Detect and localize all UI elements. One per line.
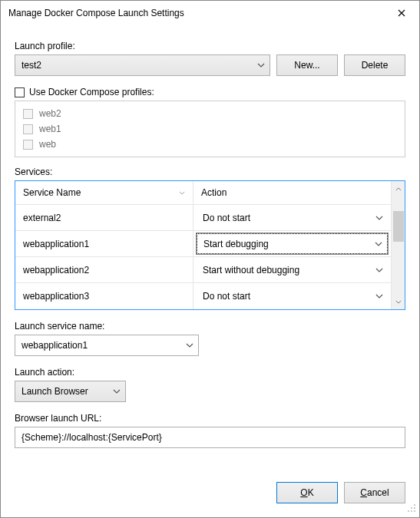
table-row: webapplication2Start without debugging (15, 257, 391, 283)
use-profiles-row: Use Docker Compose profiles: (15, 87, 405, 97)
service-action-value: Start debugging (203, 239, 269, 249)
chevron-down-icon (113, 389, 121, 394)
service-name-header-text: Service Name (23, 187, 81, 198)
launch-profile-row: test2 New... Delete (15, 54, 405, 76)
launch-service-name-value: webapplication1 (21, 340, 88, 351)
service-action-cell: Start without debugging (193, 257, 391, 282)
chevron-down-icon (375, 216, 383, 220)
table-row: webapplication1Start debugging (15, 231, 391, 257)
launch-action-label: Launch action: (15, 367, 405, 378)
chevron-down-icon (375, 294, 383, 299)
services-scrollbar[interactable] (391, 181, 405, 309)
compose-profile-checkbox[interactable] (23, 140, 33, 150)
launch-profile-label: Launch profile: (15, 41, 405, 51)
use-profiles-checkbox[interactable] (15, 87, 25, 97)
service-action-value: Do not start (203, 213, 250, 223)
new-button[interactable]: New... (276, 54, 338, 76)
service-action-dropdown[interactable]: Do not start (197, 285, 388, 307)
service-name-header[interactable]: Service Name (15, 181, 193, 204)
svg-point-3 (408, 510, 409, 512)
dialog-content: Launch profile: test2 New... Delete Use … (1, 25, 419, 517)
use-profiles-label: Use Docker Compose profiles: (29, 87, 154, 97)
chevron-down-icon (257, 63, 265, 68)
action-header-text: Action (201, 187, 227, 198)
service-action-cell: Do not start (193, 205, 391, 230)
service-name-cell: webapplication1 (15, 231, 193, 256)
dialog-footer: OK Cancel (15, 467, 405, 503)
delete-button[interactable]: Delete (344, 54, 405, 76)
service-action-cell: Do not start (193, 283, 391, 309)
table-row: external2Do not start (15, 205, 391, 231)
chevron-down-icon (375, 268, 383, 272)
compose-profile-item[interactable]: web (23, 137, 397, 152)
services-header: Service Name Action (15, 181, 391, 205)
close-icon (398, 9, 405, 17)
launch-action-dropdown[interactable]: Launch Browser (15, 381, 126, 402)
service-action-value: Start without debugging (203, 265, 299, 275)
table-row: webapplication3Do not start (15, 283, 391, 309)
services-table: Service Name Action external2Do not star… (15, 180, 405, 310)
dialog-window: Manage Docker Compose Launch Settings La… (0, 0, 420, 518)
chevron-down-icon (179, 191, 185, 195)
service-name-cell: external2 (15, 205, 193, 230)
service-action-cell: Start debugging (193, 231, 391, 256)
compose-profile-label: web1 (39, 124, 61, 134)
window-title: Manage Docker Compose Launch Settings (8, 8, 184, 18)
chevron-down-icon (375, 242, 382, 246)
compose-profile-checkbox[interactable] (23, 109, 33, 119)
svg-point-1 (411, 507, 412, 509)
scroll-thumb[interactable] (393, 211, 404, 242)
compose-profile-label: web (39, 139, 56, 150)
launch-profile-value: test2 (21, 60, 41, 71)
service-name-cell: webapplication3 (15, 283, 193, 309)
resize-grip-icon[interactable] (407, 503, 416, 514)
scroll-down-icon[interactable] (392, 294, 405, 309)
service-action-dropdown[interactable]: Start without debugging (197, 259, 388, 280)
launch-profile-dropdown[interactable]: test2 (15, 54, 270, 76)
titlebar: Manage Docker Compose Launch Settings (1, 1, 419, 25)
compose-profile-checkbox[interactable] (23, 124, 33, 134)
compose-profile-item[interactable]: web1 (23, 121, 397, 137)
launch-service-name-label: Launch service name: (15, 321, 405, 332)
svg-point-0 (414, 504, 415, 506)
service-name-cell: webapplication2 (15, 257, 193, 282)
browser-launch-url-label: Browser launch URL: (15, 413, 405, 424)
scroll-up-icon[interactable] (392, 181, 405, 196)
compose-profile-label: web2 (39, 108, 61, 119)
launch-action-value: Launch Browser (21, 386, 88, 397)
services-label: Services: (15, 167, 405, 177)
action-header[interactable]: Action (193, 181, 391, 204)
service-action-value: Do not start (203, 291, 250, 302)
compose-profile-item[interactable]: web2 (23, 106, 397, 121)
close-button[interactable] (384, 1, 419, 25)
cancel-button[interactable]: Cancel (344, 482, 405, 503)
service-action-dropdown[interactable]: Start debugging (197, 233, 388, 254)
service-action-dropdown[interactable]: Do not start (197, 207, 388, 228)
chevron-down-icon (186, 343, 193, 348)
ok-button[interactable]: OK (276, 482, 338, 503)
compose-profiles-list: web2web1web (15, 101, 405, 157)
launch-service-name-dropdown[interactable]: webapplication1 (15, 335, 199, 356)
browser-launch-url-input[interactable] (15, 427, 405, 448)
svg-point-2 (414, 507, 415, 509)
svg-point-5 (414, 510, 415, 512)
svg-point-4 (411, 510, 412, 512)
